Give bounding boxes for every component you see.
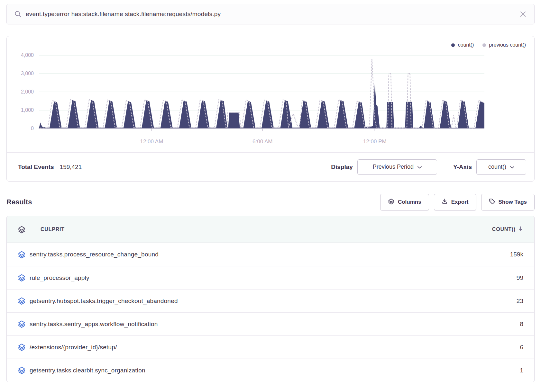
export-button[interactable]: Export: [434, 194, 476, 210]
y-axis-tick-label: 3,000: [11, 70, 34, 77]
chart-legend: count() previous count(): [451, 42, 526, 48]
results-heading: Results: [6, 198, 32, 206]
columns-button-label: Columns: [398, 199, 421, 205]
table-row[interactable]: /extensions/{provider_id}/setup/ 6: [7, 335, 534, 359]
layers-icon[interactable]: [18, 297, 26, 305]
chart-footer: Total Events 159,421 Display Previous Pe…: [7, 153, 534, 181]
results-table: CULPRIT COUNT() sentry.tasks.process_res…: [6, 216, 535, 382]
table-row[interactable]: getsentry.hubspot.tasks.trigger_checkout…: [7, 289, 534, 312]
legend-label: previous count(): [489, 42, 526, 48]
x-axis-tick-label: 6:00 AM: [252, 138, 272, 145]
display-dropdown[interactable]: Previous Period: [357, 159, 437, 175]
count-cell: 1: [520, 367, 523, 374]
layers-icon[interactable]: [18, 343, 26, 351]
culprit-cell[interactable]: sentry.tasks.sentry_apps.workflow_notifi…: [30, 321, 158, 328]
y-axis-tick-label: 1,000: [11, 107, 34, 113]
y-axis-label: Y-Axis: [453, 164, 472, 171]
sort-desc-arrow-icon: [518, 226, 523, 233]
culprit-cell[interactable]: getsentry.tasks.clearbit.sync_organizati…: [30, 367, 145, 374]
clear-search-icon[interactable]: [519, 11, 527, 18]
legend-item-count[interactable]: count(): [451, 42, 474, 48]
export-button-label: Export: [451, 199, 469, 205]
table-row[interactable]: rule_processor_apply 99: [7, 266, 534, 289]
chevron-down-icon: [417, 164, 422, 170]
y-axis-tick-label: 0: [11, 125, 34, 132]
previous-count-series-dot: [482, 43, 486, 47]
layers-icon[interactable]: [18, 320, 26, 328]
count-cell: 8: [520, 321, 523, 328]
culprit-cell[interactable]: sentry.tasks.process_resource_change_bou…: [30, 251, 159, 258]
layers-icon[interactable]: [18, 251, 26, 259]
x-axis-tick-label: 12:00 AM: [140, 138, 163, 145]
y-axis-tick-label: 2,000: [11, 89, 34, 95]
display-dropdown-value: Previous Period: [373, 164, 414, 170]
count-series-dot: [451, 43, 455, 47]
columns-button[interactable]: Columns: [380, 194, 429, 210]
search-query[interactable]: event.type:error has:stack.filename stac…: [26, 11, 519, 18]
count-cell: 99: [517, 274, 523, 281]
culprit-cell[interactable]: rule_processor_apply: [30, 274, 89, 281]
culprit-cell[interactable]: /extensions/{provider_id}/setup/: [30, 344, 117, 351]
layers-icon[interactable]: [18, 274, 26, 282]
table-row[interactable]: sentry.tasks.sentry_apps.workflow_notifi…: [7, 312, 534, 335]
total-events-label: Total Events: [18, 164, 54, 171]
legend-item-previous-count[interactable]: previous count(): [482, 42, 526, 48]
chart-plot-svg: [39, 55, 484, 131]
y-axis-dropdown-value: count(): [488, 164, 506, 170]
y-axis-dropdown[interactable]: count(): [476, 159, 526, 175]
count-cell: 23: [517, 298, 523, 305]
y-axis-tick-label: 4,000: [11, 52, 34, 58]
table-row[interactable]: getsentry.tasks.clearbit.sync_organizati…: [7, 359, 534, 382]
table-header-row: CULPRIT COUNT(): [7, 216, 534, 243]
display-label: Display: [331, 164, 353, 171]
search-icon: [14, 11, 22, 18]
layers-icon: [388, 198, 394, 206]
layers-icon[interactable]: [18, 366, 26, 374]
count-cell: 159k: [510, 251, 523, 258]
search-bar[interactable]: event.type:error has:stack.filename stac…: [6, 4, 535, 24]
layers-icon[interactable]: [18, 226, 26, 234]
show-tags-button-label: Show Tags: [499, 199, 527, 205]
results-bar: Results Columns Export Show Tags: [6, 194, 535, 210]
show-tags-button[interactable]: Show Tags: [481, 194, 535, 210]
chevron-down-icon: [510, 164, 514, 170]
download-icon: [442, 198, 448, 206]
count-column-header[interactable]: COUNT(): [492, 226, 523, 233]
tag-icon: [489, 198, 495, 206]
table-row[interactable]: sentry.tasks.process_resource_change_bou…: [7, 243, 534, 266]
table-body: sentry.tasks.process_resource_change_bou…: [7, 243, 534, 382]
events-chart-panel: count() previous count() 01,0002,0003,00…: [6, 36, 535, 182]
legend-label: count(): [458, 42, 474, 48]
culprit-cell[interactable]: getsentry.hubspot.tasks.trigger_checkout…: [30, 298, 178, 305]
total-events-value: 159,421: [60, 164, 82, 171]
culprit-column-header[interactable]: CULPRIT: [41, 227, 65, 232]
count-cell: 6: [520, 344, 523, 351]
x-axis-tick-label: 12:00 PM: [363, 138, 387, 145]
